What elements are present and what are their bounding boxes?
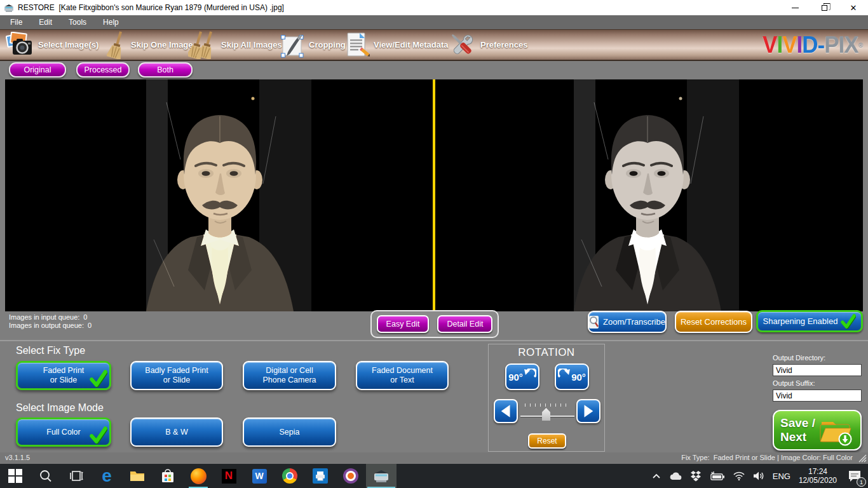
menu-bar: File Edit Tools Help	[0, 15, 868, 29]
cropping-button[interactable]: Cropping	[280, 30, 346, 60]
mode-label: Full Color	[46, 428, 81, 437]
taskbar-word-icon[interactable]: W	[244, 464, 275, 488]
app-scanner-icon	[4, 4, 14, 12]
skip-one-image-button[interactable]: Skip One Image	[107, 30, 193, 60]
check-icon	[90, 426, 107, 444]
menu-edit[interactable]: Edit	[31, 15, 60, 29]
rotate-ccw-button[interactable]: 90°	[505, 363, 539, 390]
mode-bw-button[interactable]: B & W	[130, 417, 223, 447]
fix-label-line: or Slide	[163, 376, 190, 385]
toolbar-label: View/Edit Metadata	[374, 40, 449, 50]
fix-faded-print-button[interactable]: Faded Print or Slide	[16, 361, 111, 390]
rotate-left-fine-button[interactable]	[494, 399, 518, 423]
tor-browser-icon	[343, 468, 358, 484]
minimize-button[interactable]	[780, 0, 810, 15]
status-bar: v3.1.1.5 Fix Type: Faded Print or Slide …	[0, 452, 868, 464]
start-button[interactable]	[0, 464, 31, 488]
output-directory-input[interactable]	[773, 364, 862, 376]
status-row: Images in input queue:0 Images in output…	[0, 311, 868, 340]
registered-mark: ®	[858, 33, 863, 58]
action-center-button[interactable]: 1	[845, 466, 864, 485]
taskbar-fax-icon[interactable]	[305, 464, 336, 488]
taskbar-store-icon[interactable]	[153, 464, 183, 488]
onedrive-cloud-icon[interactable]	[669, 471, 682, 480]
wifi-icon[interactable]	[733, 471, 745, 480]
taskbar-firefox-icon[interactable]	[183, 464, 214, 488]
mode-full-color-button[interactable]: Full Color	[16, 417, 111, 447]
volume-icon[interactable]	[753, 471, 764, 481]
title-bar: RESTORE [Kate Fitxgibbon's son Maurice R…	[0, 0, 868, 15]
view-tab-bar: Original Processed Both	[0, 61, 868, 79]
taskbar-search-button[interactable]	[31, 464, 61, 488]
fix-status-text: Fix Type: Faded Print or Slide | Image C…	[681, 454, 853, 461]
taskbar-restore-app-icon[interactable]	[366, 464, 397, 488]
resize-grip[interactable]	[858, 454, 867, 463]
menu-tools[interactable]: Tools	[60, 15, 95, 29]
taskbar-netflix-icon[interactable]: N	[214, 464, 244, 488]
taskbar-file-explorer-icon[interactable]	[122, 464, 153, 488]
rotation-panel: ROTATION 90° 90° Reset	[488, 344, 605, 452]
sharpening-label: Sharpening Enabled	[763, 316, 838, 326]
firefox-icon	[191, 468, 207, 484]
dropbox-icon[interactable]	[690, 471, 702, 482]
clock-time: 17:24	[799, 467, 837, 476]
reset-corrections-button[interactable]: Reset Corrections	[675, 311, 752, 333]
output-suffix-label: Output Suffix:	[773, 379, 815, 387]
restore-button[interactable]	[810, 0, 839, 15]
tab-both[interactable]: Both	[138, 62, 193, 78]
rotation-reset-button[interactable]: Reset	[528, 433, 566, 449]
save-next-button[interactable]: Save / Next	[773, 410, 862, 451]
logo-letter: I	[776, 31, 782, 58]
battery-icon[interactable]	[710, 471, 725, 480]
logo-letter: -	[818, 31, 825, 58]
rotate-cw-button[interactable]: 90°	[555, 363, 589, 390]
processed-photo	[556, 79, 739, 311]
toolbar-label: Cropping	[309, 40, 346, 50]
menu-file[interactable]: File	[2, 15, 31, 29]
fix-label-line: Faded Print	[43, 366, 85, 376]
menu-help[interactable]: Help	[95, 15, 127, 29]
easy-edit-button[interactable]: Easy Edit	[377, 315, 430, 333]
logo-letter: V	[782, 31, 796, 58]
fix-type-heading: Select Fix Type	[16, 345, 85, 356]
task-view-button[interactable]	[61, 464, 92, 488]
fix-badly-faded-button[interactable]: Badly Faded Print or Slide	[130, 361, 223, 390]
rotate-ccw-label: 90°	[508, 372, 523, 383]
fix-faded-document-button[interactable]: Faded Document or Text	[356, 361, 449, 390]
sharpening-enabled-button[interactable]: Sharpening Enabled	[756, 310, 863, 332]
taskbar: e N W	[0, 464, 868, 488]
taskbar-tor-icon[interactable]	[336, 464, 366, 488]
preferences-button[interactable]: Preferences	[449, 30, 527, 60]
view-edit-metadata-button[interactable]: View/Edit Metadata	[344, 30, 449, 60]
toolbar-label: Skip One Image	[131, 40, 193, 50]
close-button[interactable]: ✕	[839, 0, 868, 15]
output-suffix-input[interactable]	[773, 390, 862, 402]
tab-original[interactable]: Original	[9, 62, 66, 78]
save-folder-icon	[818, 414, 853, 446]
taskbar-chrome-icon[interactable]	[275, 464, 305, 488]
clock[interactable]: 17:24 12/05/2020	[799, 467, 837, 485]
rotation-title: ROTATION	[489, 346, 604, 359]
select-images-button[interactable]: Select Image(s)	[5, 30, 98, 60]
skip-all-images-button[interactable]: Skip All Images	[188, 30, 282, 60]
split-divider[interactable]	[433, 79, 435, 311]
tab-processed[interactable]: Processed	[76, 62, 130, 78]
toolbar-label: Preferences	[480, 40, 527, 50]
chrome-icon	[282, 468, 297, 484]
detail-edit-button[interactable]: Detail Edit	[437, 315, 492, 333]
fix-digital-camera-button[interactable]: Digital or Cell Phone Camera	[243, 361, 336, 390]
zoom-transcribe-button[interactable]: Zoom/Transcribe	[588, 311, 667, 333]
broom-icon	[107, 31, 127, 59]
toolbar-label: Skip All Images	[221, 40, 282, 50]
check-icon	[841, 314, 856, 329]
tray-expand-chevron-icon[interactable]	[652, 473, 661, 479]
fix-label-line: Badly Faded Print	[145, 366, 208, 376]
netflix-icon: N	[222, 469, 236, 484]
taskbar-edge-icon[interactable]: e	[92, 464, 122, 488]
mode-sepia-button[interactable]: Sepia	[243, 417, 336, 447]
fax-printer-icon	[313, 468, 328, 484]
language-indicator[interactable]: ENG	[773, 471, 790, 481]
rotation-slider-thumb[interactable]	[542, 408, 550, 421]
right-triangle-icon	[580, 403, 597, 419]
rotate-right-fine-button[interactable]	[576, 399, 600, 423]
